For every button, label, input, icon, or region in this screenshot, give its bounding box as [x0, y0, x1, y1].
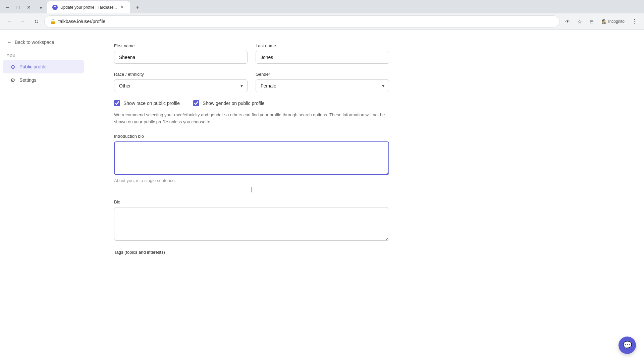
intro-bio-label: Introduction bio [114, 134, 389, 139]
race-label: Race / ethnicity [114, 72, 248, 77]
back-to-workspace-link[interactable]: ← Back to workspace [0, 37, 87, 48]
split-view-button[interactable]: ⊟ [586, 16, 597, 27]
name-row: First name Sheena Last name Jones [114, 43, 389, 64]
last-name-label: Last name [256, 43, 389, 48]
first-name-label: First name [114, 43, 248, 48]
address-bar[interactable]: 🔒 talkbase.io/user/profile [44, 15, 559, 27]
chat-icon: 💬 [623, 341, 632, 350]
show-race-wrapper: Show race on public profile [114, 100, 180, 106]
incognito-label: Incognito [608, 19, 625, 24]
tab-favicon: T [52, 5, 58, 10]
gender-field: Gender Female Male Non-binary Prefer not… [256, 72, 389, 92]
nav-actions: 👁 ☆ ⊟ 🕵 Incognito ⋮ [562, 16, 640, 27]
incognito-badge[interactable]: 🕵 Incognito [598, 18, 628, 25]
race-gender-info-text: We recommend selecting your race/ethnici… [114, 112, 389, 126]
intro-bio-hint: About you, in a single sentence. [114, 178, 389, 183]
bio-field: Bio [114, 199, 389, 242]
tags-label: Tags (topics and interests) [114, 250, 389, 255]
app-layout: ← Back to workspace YOU ⊕ Public profile… [0, 30, 644, 362]
back-to-workspace-label: Back to workspace [15, 40, 54, 45]
last-name-field: Last name Jones [256, 43, 389, 64]
first-name-input[interactable]: Sheena [114, 51, 248, 64]
bio-textarea[interactable] [114, 207, 389, 241]
gender-select[interactable]: Female Male Non-binary Prefer not to say… [256, 79, 389, 92]
first-name-field: First name Sheena [114, 43, 248, 64]
show-gender-checkbox[interactable] [193, 100, 199, 106]
last-name-input[interactable]: Jones [256, 51, 389, 64]
sidebar: ← Back to workspace YOU ⊕ Public profile… [0, 30, 87, 362]
race-gender-row: Race / ethnicity Other Prefer not to say… [114, 72, 389, 92]
lock-icon: 🔒 [50, 19, 56, 24]
maximize-button[interactable]: □ [13, 3, 23, 12]
main-content: First name Sheena Last name Jones Race /… [87, 30, 644, 362]
address-input[interactable]: talkbase.io/user/profile [58, 19, 554, 24]
active-tab[interactable]: T Update your profile | Talkbase... ✕ [47, 1, 130, 13]
chat-widget[interactable]: 💬 [619, 337, 636, 354]
public-profile-icon: ⊕ [9, 63, 16, 70]
reader-mode-button[interactable]: 👁 [562, 16, 573, 27]
bio-label: Bio [114, 199, 389, 204]
intro-bio-textarea[interactable] [114, 141, 389, 175]
back-nav-button[interactable]: ← [4, 16, 15, 27]
profile-form: First name Sheena Last name Jones Race /… [114, 43, 389, 255]
show-race-checkbox[interactable] [114, 100, 120, 106]
checkboxes-row: Show race on public profile Show gender … [114, 100, 389, 106]
text-cursor-indicator: | [114, 186, 389, 193]
show-gender-label[interactable]: Show gender on public profile [203, 101, 264, 106]
race-field: Race / ethnicity Other Prefer not to say… [114, 72, 248, 92]
sidebar-item-public-profile-label: Public profile [19, 64, 46, 69]
gender-label: Gender [256, 72, 389, 77]
browser-chrome: ─ □ ✕ ▾ T Update your profile | Talkbase… [0, 0, 644, 30]
settings-icon: ⚙ [9, 77, 16, 83]
minimize-button[interactable]: ─ [3, 3, 12, 12]
show-race-label[interactable]: Show race on public profile [123, 101, 180, 106]
sidebar-item-public-profile[interactable]: ⊕ Public profile [3, 60, 84, 73]
back-arrow-icon: ← [7, 39, 12, 45]
new-tab-button[interactable]: + [133, 3, 142, 12]
refresh-button[interactable]: ↻ [31, 16, 42, 27]
show-gender-wrapper: Show gender on public profile [193, 100, 264, 106]
menu-button[interactable]: ⋮ [629, 16, 640, 27]
incognito-icon: 🕵 [602, 19, 607, 24]
race-select[interactable]: Other Prefer not to say Asian Black or A… [114, 79, 248, 92]
gender-select-wrapper: Female Male Non-binary Prefer not to say… [256, 79, 389, 92]
browser-nav-bar: ← → ↻ 🔒 talkbase.io/user/profile 👁 ☆ ⊟ 🕵… [0, 13, 644, 29]
bookmark-button[interactable]: ☆ [574, 16, 585, 27]
sidebar-item-settings-label: Settings [19, 77, 37, 83]
close-button[interactable]: ✕ [24, 3, 34, 12]
tags-field: Tags (topics and interests) [114, 250, 389, 255]
forward-nav-button[interactable]: → [17, 16, 28, 27]
intro-bio-field: Introduction bio About you, in a single … [114, 134, 389, 183]
sidebar-section-label: YOU [0, 53, 87, 60]
race-select-wrapper: Other Prefer not to say Asian Black or A… [114, 79, 248, 92]
sidebar-item-settings[interactable]: ⚙ Settings [3, 73, 84, 87]
tab-title: Update your profile | Talkbase... [60, 5, 117, 10]
tab-close-button[interactable]: ✕ [119, 5, 125, 10]
tabs-dropdown-button[interactable]: ▾ [36, 4, 46, 13]
